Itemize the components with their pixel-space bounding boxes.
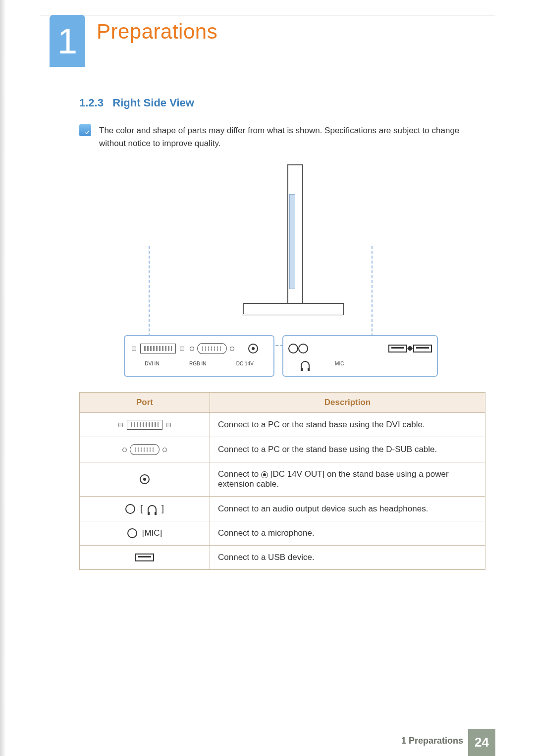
- cell-desc: Connect to a PC or the stand base using …: [210, 437, 485, 462]
- th-desc: Description: [210, 393, 485, 413]
- callout-line: [149, 246, 288, 346]
- page-number: 24: [468, 729, 495, 756]
- th-port: Port: [80, 393, 210, 413]
- dvi-port-icon: [127, 420, 162, 430]
- cell-desc: Connect to an audio output device such a…: [210, 497, 485, 521]
- footer-label: 1 Preparations: [401, 736, 463, 746]
- dc-port-icon: [248, 344, 258, 353]
- port-panel-right: 🟐 MIC: [282, 335, 438, 377]
- figure-right-side-view: DVI IN RGB IN DC 14V 🟐 MIC: [124, 164, 441, 377]
- usb-symbol-icon: 🟐: [407, 345, 413, 352]
- label-dc: DC 14V: [236, 361, 254, 366]
- dvi-port-icon: [140, 344, 176, 353]
- dc-port-icon: [261, 471, 268, 478]
- cell-desc: Connect to a PC or the stand base using …: [210, 413, 485, 437]
- table-row: Connect to a PC or the stand base using …: [80, 437, 485, 462]
- cell-port-dvi: [80, 413, 210, 437]
- cell-port-mic: [MIC]: [80, 521, 210, 546]
- cell-port-dc: [80, 462, 210, 497]
- mic-jack-icon: [127, 528, 137, 538]
- section-number: 1.2.3: [79, 97, 104, 109]
- headphone-icon: [301, 361, 310, 369]
- table-row: [MIC] Connect to a microphone.: [80, 521, 485, 546]
- footer-rule: [40, 729, 495, 729]
- table-row: Connect to [DC 14V OUT] on the stand bas…: [80, 462, 485, 497]
- cell-port-vga: [80, 437, 210, 462]
- mic-label: [MIC]: [142, 528, 162, 538]
- headphone-icon: [148, 505, 157, 513]
- callout-line: [312, 246, 373, 346]
- label-dvi: DVI IN: [145, 361, 159, 366]
- headphone-jack-icon: [288, 344, 298, 353]
- mic-jack-icon: [298, 344, 308, 353]
- cell-desc: Connect to [DC 14V OUT] on the stand bas…: [210, 462, 485, 497]
- chapter-badge: 1: [50, 15, 85, 67]
- note-icon: [79, 124, 91, 136]
- page-shadow: [0, 0, 6, 756]
- usb-port-icon: [388, 345, 407, 353]
- vga-port-icon: [130, 444, 160, 455]
- usb-port-icon: [413, 345, 432, 353]
- label-mic: MIC: [335, 361, 344, 369]
- ports-table: Port Description Connect to a PC or the …: [79, 392, 485, 570]
- table-row: Connect to a USB device.: [80, 546, 485, 570]
- cell-port-usb: [80, 546, 210, 570]
- note: The color and shape of parts may differ …: [79, 124, 485, 150]
- note-text: The color and shape of parts may differ …: [99, 124, 485, 150]
- chapter-title: Preparations: [97, 20, 217, 44]
- headphone-jack-icon: [125, 504, 135, 514]
- page-footer: 1 Preparations 24: [0, 729, 535, 756]
- usb-port-icon: [135, 554, 154, 561]
- chapter-number: 1: [57, 21, 77, 61]
- vga-port-icon: [197, 343, 227, 354]
- cell-port-headphone: []: [80, 497, 210, 521]
- section-heading: 1.2.3 Right Side View: [79, 97, 485, 109]
- content-area: 1.2.3 Right Side View The color and shap…: [79, 97, 485, 570]
- header-rule: [40, 15, 495, 15]
- table-row: [] Connect to an audio output device suc…: [80, 497, 485, 521]
- label-rgb: RGB IN: [189, 361, 206, 366]
- cell-desc: Connect to a microphone.: [210, 521, 485, 546]
- table-row: Connect to a PC or the stand base using …: [80, 413, 485, 437]
- cell-desc: Connect to a USB device.: [210, 546, 485, 570]
- label-headphone: [301, 361, 310, 369]
- section-title: Right Side View: [112, 97, 194, 109]
- port-panel-left: DVI IN RGB IN DC 14V: [124, 335, 274, 377]
- dc-port-icon: [140, 474, 150, 484]
